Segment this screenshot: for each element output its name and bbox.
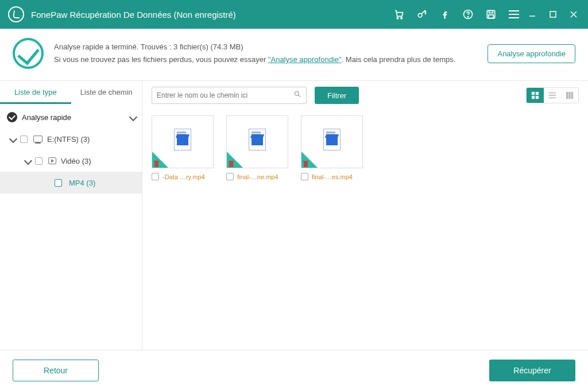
content-area: Filtrer -Data …ry.mp4	[142, 81, 588, 350]
status-text: Analyse rapide a terminé. Trouvés : 3 fi…	[54, 41, 488, 66]
svg-point-12	[295, 91, 299, 95]
checkbox-video[interactable]	[35, 157, 42, 165]
file-checkbox[interactable]	[226, 173, 234, 180]
save-icon[interactable]	[485, 8, 497, 21]
svg-rect-19	[549, 95, 556, 96]
checkbox-mp4[interactable]	[55, 179, 62, 187]
chevron-down-icon[interactable]	[9, 135, 17, 143]
svg-point-4	[467, 17, 468, 17]
check-circle-icon	[7, 112, 17, 122]
chevron-down-icon[interactable]	[24, 157, 32, 165]
file-checkbox[interactable]	[152, 173, 159, 180]
tree: Analyse rapide E:(NTFS) (3) Vidéo (3)	[0, 104, 142, 194]
file-thumbnail[interactable]	[226, 115, 288, 168]
cart-icon[interactable]	[393, 8, 405, 21]
check-complete-icon	[13, 38, 44, 69]
svg-rect-15	[536, 92, 539, 95]
file-name: final-…ne.mp4	[237, 173, 278, 180]
app-logo-icon	[8, 6, 24, 22]
title-actions	[393, 8, 520, 21]
minimize-button[interactable]	[526, 8, 539, 21]
svg-rect-9	[550, 11, 556, 17]
svg-rect-6	[489, 10, 493, 13]
svg-point-1	[401, 17, 403, 18]
file-thumbnail[interactable]	[301, 115, 363, 168]
tree-video[interactable]: Vidéo (3)	[0, 150, 142, 172]
view-grid-button[interactable]	[527, 88, 544, 103]
toolbar: Filtrer	[142, 81, 588, 110]
chevron-down-icon[interactable]	[129, 113, 137, 121]
drive-icon	[33, 136, 42, 142]
svg-rect-18	[549, 92, 556, 94]
footer: Retour Récupérer	[0, 350, 588, 390]
file-item[interactable]: final-…es.mp4	[301, 115, 363, 180]
file-name: final-…es.mp4	[312, 173, 353, 180]
search-input[interactable]	[157, 91, 293, 99]
menu-icon[interactable]	[508, 8, 520, 21]
close-button[interactable]	[567, 8, 580, 21]
file-grid: -Data …ry.mp4 final-…ne.mp4 final-…es.mp…	[142, 110, 588, 186]
key-icon[interactable]	[416, 8, 428, 21]
file-name: -Data …ry.mp4	[163, 173, 205, 180]
svg-rect-17	[536, 96, 539, 99]
status-line1: Analyse rapide a terminé. Trouvés : 3 fi…	[54, 41, 488, 53]
main-body: Liste de type Liste de chemin Analyse ra…	[0, 81, 588, 350]
file-checkbox[interactable]	[301, 173, 308, 180]
file-thumbnail[interactable]	[152, 115, 214, 168]
back-button[interactable]: Retour	[13, 360, 99, 381]
svg-rect-20	[549, 98, 556, 99]
search-box[interactable]	[152, 87, 307, 104]
view-detail-button[interactable]	[561, 88, 578, 103]
svg-rect-22	[568, 92, 571, 99]
checkbox-drive[interactable]	[20, 136, 28, 143]
deleted-indicator-icon	[303, 160, 308, 167]
deleted-indicator-icon	[229, 160, 234, 167]
deleted-indicator-icon	[154, 160, 159, 167]
file-item[interactable]: final-…ne.mp4	[226, 115, 288, 180]
svg-rect-21	[566, 92, 568, 99]
title-bar: FonePaw Récupération De Données (Non enr…	[0, 0, 588, 29]
svg-line-13	[299, 95, 300, 97]
tree-quick-scan[interactable]: Analyse rapide	[0, 106, 142, 128]
sidebar: Liste de type Liste de chemin Analyse ra…	[0, 81, 142, 350]
tree-drive[interactable]: E:(NTFS) (3)	[0, 128, 142, 150]
recover-button[interactable]: Récupérer	[489, 360, 575, 381]
deep-scan-button[interactable]: Analyse approfondie	[488, 44, 575, 63]
svg-rect-14	[532, 92, 535, 95]
view-list-button[interactable]	[544, 88, 561, 103]
search-icon[interactable]	[293, 90, 301, 101]
deep-scan-link[interactable]: "Analyse approfondie"	[268, 55, 342, 64]
help-icon[interactable]	[462, 8, 474, 21]
maximize-button[interactable]	[547, 8, 559, 21]
tree-mp4[interactable]: MP4 (3)	[0, 172, 142, 194]
svg-rect-23	[571, 92, 574, 99]
facebook-icon[interactable]	[439, 8, 451, 21]
video-icon	[48, 157, 56, 164]
app-title: FonePaw Récupération De Données (Non enr…	[31, 10, 236, 20]
svg-point-0	[397, 17, 399, 18]
filter-button[interactable]: Filtrer	[315, 87, 359, 104]
file-item[interactable]: -Data …ry.mp4	[152, 115, 214, 180]
status-line2: Si vous ne trouvez pas les fichiers perd…	[54, 53, 488, 66]
tab-path-list[interactable]: Liste de chemin	[71, 81, 142, 104]
status-strip: Analyse rapide a terminé. Trouvés : 3 fi…	[0, 29, 588, 81]
app-window: FonePaw Récupération De Données (Non enr…	[0, 0, 588, 390]
view-switch	[526, 87, 579, 103]
svg-rect-16	[532, 96, 535, 99]
svg-point-2	[418, 13, 422, 17]
tab-type-list[interactable]: Liste de type	[0, 81, 71, 104]
svg-rect-7	[489, 15, 493, 18]
